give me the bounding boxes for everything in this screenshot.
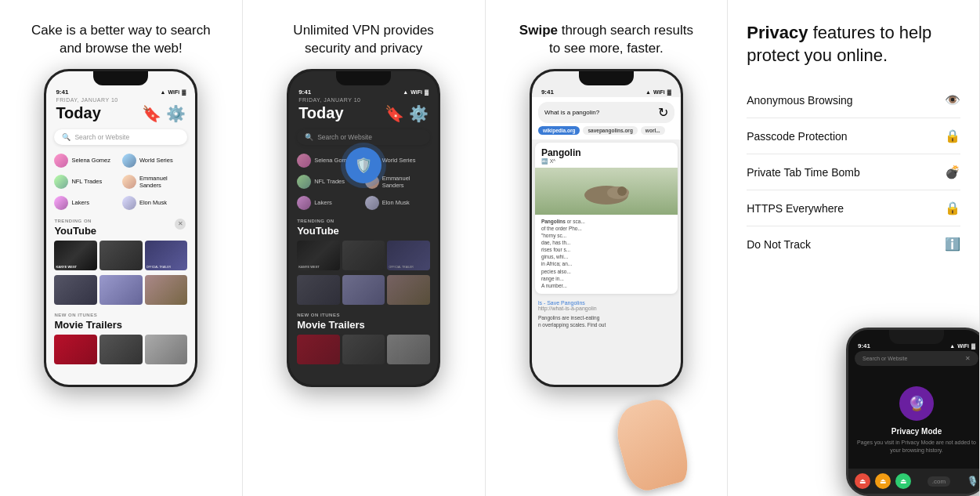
svg-point-2 [617,186,627,196]
phone1-today-icons: 🔖 ⚙️ [142,104,186,123]
pbb-yellow-circle[interactable]: ⏏ [875,473,891,489]
yt-thumb-3 [145,241,188,270]
donottrack-icon: ℹ️ [945,237,960,252]
privacy-phone-notch [889,330,944,344]
bookmark-icon2: 🔖 [385,104,404,123]
tab-savepangolins[interactable]: savepangolins.org [583,126,637,135]
pbb-red-circle[interactable]: ⏏ [855,473,870,489]
bookmark-icon: 🔖 [142,104,161,123]
phone2-wrap: 9:41 ▲ WiFi ▓ FRIDAY, JANUARY 10 Today 🔖… [287,69,440,488]
movie-grid [46,335,195,364]
privacy-bottom-bar: ⏏ ⏏ ⏏ .com 🎙️ [848,469,980,494]
results-search-row[interactable]: What is a pangolin? ↻ [538,102,674,123]
youtube-grid-2 [46,275,195,305]
p2-trending-label: TRENDING ON [289,219,438,225]
wiki-card-header: Pangolin 🔤 Xᴬ [535,143,678,168]
feature-https-label: HTTPS Everywhere [747,202,844,215]
phone3-statusbar: 9:41 ▲ WiFi ▓ [532,87,681,97]
privacy-screen: 9:41 ▲ WiFi ▓ Search or Website ✕ 🔮 Priv… [848,330,980,469]
yt-thumb-4 [54,275,97,305]
feature-anonymous-label: Anonymous Browsing [747,94,852,107]
panel-cake: Cake is a better way to search and brows… [0,0,243,496]
movie-thumb-1 [54,335,97,364]
p2-avatar-selena [297,154,311,168]
feature-passcode-label: Passcode Protection [747,130,847,143]
avatar-elon [122,196,136,210]
trending-item-selena: Selena Gomez [54,151,120,170]
passcode-icon: 🔒 [945,129,960,143]
wiki-image [535,168,678,215]
phone1-time: 9:41 [56,89,68,96]
panel-vpn: Unlimited VPN provides security and priv… [243,0,486,496]
yt-thumb-2 [99,241,143,270]
phone2-search-placeholder: Search or Website [317,133,372,141]
panel1-heading: Cake is a better way to search and brows… [31,22,211,58]
phone2-date: FRIDAY, JANUARY 10 [289,97,438,103]
trending-item-lakers: Lakers [54,194,120,212]
feature-timebomb-label: Private Tab Time Bomb [747,166,859,179]
phone2-status-icons: ▲ WiFi ▓ [403,89,429,95]
yt-thumb-5 [99,275,143,305]
p2-yt2 [342,241,385,270]
https-icon: 🔒 [945,201,960,215]
p2-movie-grid [289,335,438,364]
phone1-mockup: 9:41 ▲ WiFi ▓ FRIDAY, JANUARY 10 Today 🔖… [44,69,197,387]
tab-more[interactable]: worl... [641,126,665,135]
privacy-searchbar[interactable]: Search or Website ✕ [855,351,978,366]
avatar-selena [54,154,68,168]
phone3-status-icons: ▲ WiFi ▓ [645,89,671,95]
gear-icon: ⚙️ [166,104,186,123]
phone1-wrap: 9:41 ▲ WiFi ▓ FRIDAY, JANUARY 10 Today 🔖… [44,69,197,488]
trending-on-label: TRENDING ON [46,219,195,225]
yt-thumb-1 [54,241,97,270]
tab-wikipedia[interactable]: wikipedia.org [538,126,580,135]
p2-lakers: Lakers [297,194,363,212]
phone2-time: 9:41 [298,89,311,96]
phone1-searchbar[interactable]: 🔍 Search or Website [54,129,187,145]
privacy-mode-center: 🔮 Privacy Mode Pages you visit in Privac… [848,374,980,462]
pbb-com-label: .com [928,476,950,487]
pbb-mic-icon[interactable]: 🎙️ [967,476,978,487]
phone3-mockup: 9:41 ▲ WiFi ▓ What is a pangolin? ↻ wiki… [530,69,683,387]
results-bar: What is a pangolin? ↻ wikipedia.org save… [532,97,681,139]
phone2-today-icons: 🔖 ⚙️ [385,104,429,123]
phone2-searchbar[interactable]: 🔍 Search or Website [297,129,430,145]
results-tabs: wikipedia.org savepangolins.org worl... [538,126,674,135]
privacy-search-placeholder: Search or Website [862,356,907,361]
feature-https: HTTPS Everywhere 🔒 [747,190,960,226]
p2-trending-wrap: TRENDING ON YouTube [289,219,438,241]
panel3-heading: Swipe through search results to see more… [519,22,693,58]
phone1-trending-items: Selena Gomez World Series NFL Trades Emm… [46,151,195,212]
phone1-date: FRIDAY, JANUARY 10 [46,97,195,103]
phone1-statusbar: 9:41 ▲ WiFi ▓ [46,87,195,97]
phone1-today: Today 🔖 ⚙️ [46,104,195,123]
search-icon: 🔍 [62,133,71,141]
pbb-green-circle[interactable]: ⏏ [895,473,911,489]
privacy-time: 9:41 [858,342,870,349]
feature-timebomb: Private Tab Time Bomb 💣 [747,154,960,190]
phone1-status-icons: ▲ WiFi ▓ [161,89,186,95]
p2-youtube-grid-2 [289,275,438,305]
p2-itunes-label: NEW ON ITUNES [289,313,438,319]
p2-movie2 [342,335,385,364]
phone1-search-placeholder: Search or Website [74,133,129,141]
privacy-mode-desc: Pages you visit in Privacy Mode are not … [856,439,977,454]
phone2-notch [336,71,391,85]
panel-swipe: Swipe through search results to see more… [486,0,729,496]
feature-donottrack: Do Not Track ℹ️ [747,226,960,262]
trending-item-nfl: NFL Trades [54,172,120,191]
save-pangolins-link[interactable]: ls - Save Pangolins http://what-is-a-pan… [532,297,681,314]
privacy-search-x-icon: ✕ [965,355,971,362]
p2-avatar-nfl [297,175,311,189]
trending-item-elon: Elon Musk [122,194,188,212]
p2-avatar-lakers [297,196,311,210]
p2-youtube-title: YouTube [289,225,438,241]
feature-passcode: Passcode Protection 🔒 [747,118,960,154]
avatar-worldseries [122,154,136,168]
avatar-emmanuel [122,175,136,189]
phone3-screen: 9:41 ▲ WiFi ▓ What is a pangolin? ↻ wiki… [532,71,681,385]
hand-shape [610,396,693,495]
privacy-status-icons: ▲ WiFi ▓ [949,343,975,349]
p2-movie1 [297,335,340,364]
p2-youtube-grid [289,241,438,270]
